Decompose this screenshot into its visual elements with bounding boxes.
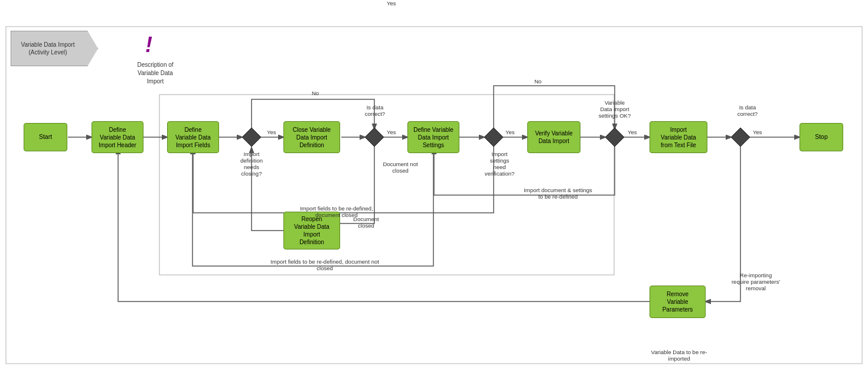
diamond1-label: Importdefinitionneedsclosing? [224,151,279,177]
diamond5-label: Is datacorrect? [726,104,769,117]
svg-marker-15 [365,128,384,147]
label-no-d3: No [534,78,541,85]
label-fields-closed: Import fields to be re-defined,document … [254,205,419,218]
remove-parameters-node: RemoveVariableParameters [650,286,706,318]
label-yes-d2-2: Yes [387,129,396,135]
diamond3-label: Importsettingsneedverification? [472,151,527,177]
import-from-file-node: ImportVariable Datafrom Text File [650,121,707,153]
diamond1 [242,128,261,147]
close-definition-node: Close VariableData ImportDefinition [283,121,340,153]
label-no-d1: No [312,90,319,96]
diamond5 [731,128,750,147]
label-doc-not-closed: Document notclosed [377,161,424,174]
diamond4 [605,128,624,147]
diamond2 [365,128,384,147]
verify-import-node: Verify VariableData Import [527,121,580,153]
svg-marker-18 [731,128,750,147]
stop-node: Stop [800,123,843,151]
label-yes-d2: Yes [387,0,396,7]
label-yes-d5: Yes [753,129,762,135]
label-variable-reimport: Variable Data to be re-imported [620,349,738,362]
start-node: Start [24,123,67,151]
svg-marker-17 [605,128,624,147]
activity-level-header: Variable Data Import (Activity Level) [11,31,98,66]
diamond3 [484,128,503,147]
diagram-container: Variable Data Import (Activity Level) ! … [0,0,868,376]
diamond4-label: VariableData importsettings OK? [590,99,639,119]
svg-marker-14 [242,128,261,147]
label-import-doc-settings: Import document & settingsto be re-defin… [502,187,614,200]
label-reimport: Re-importingrequire parameters'removal [709,272,803,291]
label-fields-not-closed: Import fields to be re-defined, document… [224,258,425,271]
exclamation-icon: ! [145,33,152,57]
define-settings-node: Define VariableData ImportSettings [407,121,459,153]
define-header-node: DefineVariable DataImport Header [92,121,143,153]
diamond2-label: Is datacorrect? [354,104,396,117]
define-fields-node: DefineVariable DataImport Fields [167,121,219,153]
label-yes-d4: Yes [628,129,637,135]
svg-marker-16 [484,128,503,147]
label-yes-d1: Yes [267,129,276,135]
description-text: Description of Variable Data Import [129,61,182,86]
label-yes-d3: Yes [505,129,515,135]
